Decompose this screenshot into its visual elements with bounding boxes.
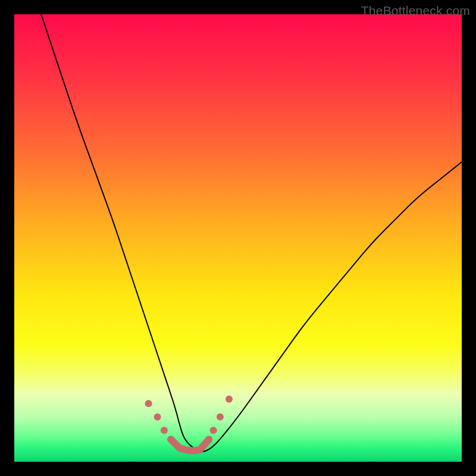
bottleneck-curve xyxy=(41,14,462,452)
marker-dot xyxy=(210,427,217,434)
chart-stage: TheBottleneck.com xyxy=(0,0,476,476)
curve-layer xyxy=(14,14,462,462)
plot-area xyxy=(14,14,462,462)
marker-dot xyxy=(161,427,168,434)
marker-dot xyxy=(226,396,233,403)
marker-dot xyxy=(154,414,161,421)
marker-dot xyxy=(217,414,224,421)
watermark-text: TheBottleneck.com xyxy=(361,4,470,18)
marker-dot xyxy=(145,400,152,407)
